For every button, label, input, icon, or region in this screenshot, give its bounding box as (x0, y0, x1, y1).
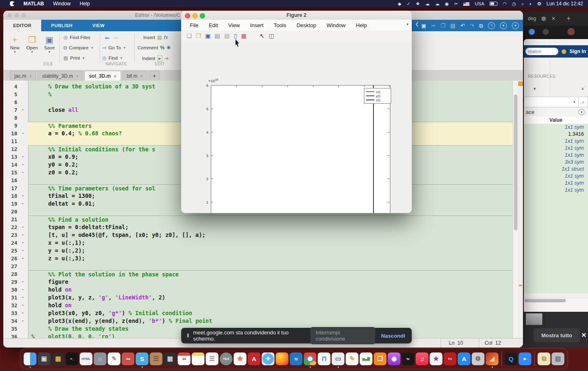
print-button[interactable]: ▤ Print ▼ (63, 55, 85, 61)
close-tab-icon[interactable]: × (114, 74, 116, 79)
cut-icon[interactable]: ✂ (431, 23, 436, 28)
code-line[interactable]: 24-x = u(:,1); (3, 239, 513, 247)
search-icon[interactable]: ⌕ (578, 97, 588, 107)
breakpoint-gutter[interactable] (17, 145, 28, 153)
breakpoint-gutter[interactable] (17, 137, 28, 145)
browser-new-tab-icon[interactable]: + (567, 15, 570, 22)
figure-menu-tools[interactable]: Tools (274, 22, 286, 28)
collapse-toolstrip-icon[interactable]: ▲̄ (581, 86, 585, 90)
browser-avatar[interactable] (567, 28, 575, 35)
code-line[interactable]: 31-plot3(x, y, z, 'g', 'LineWidth', 2) (3, 294, 513, 301)
dock-image-capture[interactable]: ▭ (332, 352, 345, 365)
quick-access-collapse-icon[interactable]: ❮ (415, 21, 419, 27)
menu-item-window[interactable]: Window (53, 1, 71, 7)
file-tab-stability_3D-m[interactable]: stability_3D.m× (37, 71, 83, 81)
breakpoint-gutter[interactable]: - (17, 153, 28, 161)
editor-scrollbar[interactable] (513, 81, 518, 338)
code-line[interactable]: 23-[t, u] = ode45(@f, tspan, [x0; y0; z0… (3, 231, 513, 239)
dock-podcasts[interactable]: ◉ (388, 352, 401, 365)
breakpoint-gutter[interactable]: - (17, 192, 28, 200)
code-line[interactable]: 21%% Find a solution (3, 216, 513, 223)
browser-extension-icon[interactable] (543, 29, 549, 35)
figure-menu-window[interactable]: Window (327, 22, 345, 28)
breakpoint-gutter[interactable]: - (17, 286, 28, 294)
print-figure-icon[interactable]: ▤ (215, 32, 220, 39)
zoom-window-button[interactable] (21, 13, 26, 18)
close-tab-icon[interactable]: × (29, 74, 32, 79)
dock-safari[interactable]: ✦ (262, 352, 275, 365)
code-line[interactable]: 22-tspan = 0:deltat:tFinal; (3, 223, 513, 231)
dock-apple-tv[interactable]: tv (402, 352, 415, 365)
ribbon-tab-view[interactable]: VIEW (82, 20, 114, 31)
dock-zoom[interactable]: ▶ (519, 352, 532, 365)
menu-overflow-icon[interactable]: ▾ (406, 22, 408, 26)
filter-dropdown-icon[interactable]: ▼ (573, 100, 578, 104)
workspace-value-cell[interactable]: 1x1 sym (524, 187, 588, 194)
dock-photos[interactable]: ❀ (234, 352, 247, 365)
dock-imovie[interactable]: ★ (430, 352, 443, 365)
code-line[interactable]: 28%% Plot the solution in the phase spac… (3, 270, 513, 278)
dock-quicktime[interactable]: Q (505, 352, 518, 365)
breakpoint-gutter[interactable]: - (17, 294, 28, 301)
workspace-value-cell[interactable]: 3x3 sym (524, 159, 588, 166)
dock-dictionary[interactable]: Aa (122, 352, 135, 365)
notifications-bell-icon[interactable] (562, 49, 566, 54)
dock-trash[interactable]: ▥ (552, 352, 565, 365)
undo-icon[interactable]: ↶ (460, 23, 465, 28)
paste-icon[interactable]: ▤ (450, 23, 455, 28)
value-column-header[interactable]: Value (524, 116, 588, 124)
code-line[interactable]: 34-plot3(x(end), y(end), z(end), 'b*') %… (3, 317, 513, 325)
scrollbar-thumb[interactable] (514, 95, 518, 230)
dock-screenshot-app[interactable]: ▣ (38, 352, 51, 365)
layout-icon[interactable]: ▦ (241, 32, 247, 39)
find-button[interactable]: ◎ Find ▼ (102, 55, 123, 61)
sign-in-link[interactable]: Sign In (569, 49, 586, 54)
dock-calculator[interactable]: ▦ (164, 352, 177, 365)
workspace-hscrollbar[interactable] (524, 298, 588, 303)
breakpoint-gutter[interactable]: - (17, 200, 28, 208)
dock-textedit[interactable]: ✎ (108, 352, 121, 365)
insert-button[interactable]: Insert ▤ fx (143, 35, 168, 40)
show-all-button[interactable]: Mostra tutto (534, 328, 580, 342)
panel-options-icon[interactable]: ▼ (579, 109, 585, 115)
breakpoint-gutter[interactable]: - (17, 239, 28, 247)
breakpoint-gutter[interactable]: - (17, 255, 28, 262)
dock-numbers[interactable]: ▅▃▇ (360, 352, 373, 365)
go-to-button[interactable]: ⇒ Go To ▼ (102, 45, 126, 51)
minimize-window-button[interactable] (14, 13, 19, 18)
comment-button[interactable]: Comment % ✱ (138, 45, 171, 51)
breakpoint-gutter[interactable]: - (17, 106, 28, 114)
breakpoint-gutter[interactable] (17, 325, 28, 333)
scissors-icon[interactable]: ✂ (454, 2, 458, 6)
close-tab-icon[interactable]: × (140, 74, 143, 79)
ribbon-tab-editor[interactable]: EDITOR (3, 20, 41, 31)
dock-pages[interactable]: ✎ (346, 352, 359, 365)
workspace-value-cell[interactable]: 1x1 sym (524, 173, 588, 180)
spotlight-icon[interactable]: ⌕ (521, 2, 524, 6)
dock-tex-app[interactable]: TEX (220, 352, 233, 365)
breakpoint-gutter[interactable] (17, 114, 28, 122)
breakpoint-gutter[interactable]: - (17, 309, 28, 317)
dock-calendar[interactable]: 14 (178, 352, 191, 365)
dock-archive-files[interactable]: ⧉ (538, 352, 551, 365)
input-language-flag[interactable] (463, 2, 469, 6)
dock-keynote[interactable]: ⊓ (318, 352, 331, 365)
workspace-value-cell[interactable]: 1.3416 (524, 131, 588, 138)
workspace-value-cell[interactable]: 1x1 struct (524, 166, 588, 173)
dock-openoffice[interactable]: ≈ (290, 352, 303, 365)
file-tab-jac-m[interactable]: jac.m× (10, 71, 36, 81)
resources-dropdown-icon[interactable]: ▼ (533, 87, 537, 91)
figure-menu-edit[interactable]: Edit (209, 22, 218, 28)
breakpoint-gutter[interactable]: - (17, 169, 28, 176)
plot-axes[interactable] (211, 85, 390, 213)
dock-matlab[interactable]: ◢ (486, 352, 499, 365)
cloud-sync-icon[interactable]: ☁ (435, 2, 440, 6)
save-figure-icon[interactable]: ▣ (205, 32, 210, 39)
menubar-clock[interactable]: Lun 14 dic 12:42 (546, 1, 583, 7)
file-tab-bif-m[interactable]: bif.m× (122, 71, 147, 81)
background-browser-tabbar[interactable]: deg ✕ + (523, 12, 588, 26)
breakpoint-gutter[interactable] (17, 333, 28, 338)
dock-reminders[interactable]: ☰ (206, 352, 219, 365)
dock-finder[interactable] (24, 352, 37, 365)
warning-marker[interactable] (519, 285, 522, 286)
